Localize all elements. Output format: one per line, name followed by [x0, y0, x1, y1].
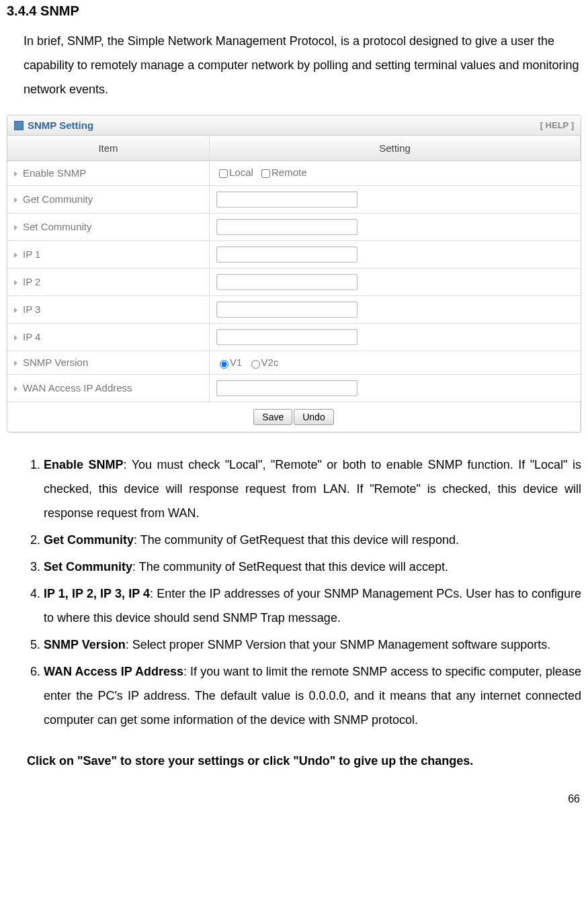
- undo-button[interactable]: Undo: [294, 409, 333, 425]
- item-text: : The community of GetRequest that this …: [134, 533, 459, 547]
- intro-paragraph: In brief, SNMP, the Simple Network Manag…: [24, 29, 581, 101]
- list-item: IP 1, IP 2, IP 3, IP 4: Enter the IP add…: [44, 582, 581, 630]
- ip4-input[interactable]: [216, 329, 358, 345]
- chevron-right-icon: [14, 335, 17, 340]
- v2c-label: V2c: [261, 357, 279, 368]
- get-community-input[interactable]: [216, 191, 358, 207]
- page-number: 66: [7, 793, 581, 805]
- item-text: : Select proper SNMP Version that your S…: [126, 638, 551, 651]
- row-label: IP 3: [23, 304, 40, 315]
- row-label: IP 4: [23, 331, 40, 342]
- remote-label: Remote: [271, 167, 307, 178]
- v1-radio[interactable]: [220, 360, 228, 369]
- chevron-right-icon: [14, 308, 17, 313]
- ip1-input[interactable]: [216, 246, 358, 263]
- local-label: Local: [229, 167, 253, 178]
- item-bold: SNMP Version: [44, 638, 126, 651]
- v2c-radio[interactable]: [251, 360, 260, 369]
- row-ip3: IP 3: [7, 295, 581, 323]
- item-bold: Set Community: [44, 560, 132, 573]
- list-item: Enable SNMP: You must check "Local", "Re…: [44, 453, 581, 525]
- chevron-right-icon: [14, 361, 17, 366]
- row-label: IP 2: [23, 276, 40, 287]
- button-row: SaveUndo: [7, 402, 581, 432]
- row-wan-access-ip: WAN Access IP Address: [7, 374, 581, 402]
- row-snmp-version: SNMP Version V1 V2c: [7, 351, 581, 374]
- list-item: SNMP Version: Select proper SNMP Version…: [44, 633, 581, 657]
- list-item: Get Community: The community of GetReque…: [44, 528, 581, 552]
- row-label: Enable SNMP: [23, 167, 86, 179]
- row-label: Get Community: [23, 193, 93, 205]
- v1-label: V1: [230, 357, 242, 368]
- chevron-right-icon: [14, 171, 17, 177]
- local-checkbox[interactable]: [219, 169, 228, 178]
- list-item: WAN Access IP Address: If you want to li…: [44, 659, 581, 732]
- row-enable-snmp: Enable SNMP Local Remote: [7, 161, 581, 186]
- snmp-table: Item Setting Enable SNMP Local Remote Ge…: [7, 136, 581, 432]
- panel-header: SNMP Setting [ HELP ]: [7, 116, 581, 136]
- item-text: : You must check "Local", "Remote" or bo…: [44, 458, 581, 520]
- row-ip1: IP 1: [7, 240, 581, 268]
- ip2-input[interactable]: [216, 274, 358, 290]
- panel-title: SNMP Setting: [28, 120, 93, 131]
- row-label: SNMP Version: [23, 357, 88, 368]
- chevron-right-icon: [14, 386, 17, 391]
- panel-icon: [14, 121, 24, 130]
- row-get-community: Get Community: [7, 185, 581, 213]
- chevron-right-icon: [14, 197, 17, 203]
- row-label: IP 1: [23, 248, 40, 260]
- item-bold: Get Community: [44, 533, 134, 547]
- section-heading: 3.4.4 SNMP: [7, 3, 581, 19]
- item-bold: WAN Access IP Address: [44, 665, 183, 678]
- snmp-setting-panel: SNMP Setting [ HELP ] Item Setting Enabl…: [7, 115, 581, 432]
- wan-access-ip-input[interactable]: [216, 380, 358, 396]
- row-set-community: Set Community: [7, 213, 581, 240]
- col-setting: Setting: [210, 136, 581, 161]
- set-community-input[interactable]: [216, 219, 358, 235]
- row-ip4: IP 4: [7, 323, 581, 351]
- col-item: Item: [7, 136, 210, 161]
- row-label: Set Community: [23, 221, 92, 232]
- list-item: Set Community: The community of SetReque…: [44, 555, 581, 579]
- remote-checkbox[interactable]: [261, 169, 270, 178]
- item-bold: IP 1, IP 2, IP 3, IP 4: [44, 587, 150, 600]
- ip3-input[interactable]: [216, 302, 358, 318]
- closing-paragraph: Click on "Save" to store your settings o…: [27, 749, 581, 773]
- item-bold: Enable SNMP: [44, 458, 124, 471]
- chevron-right-icon: [14, 280, 17, 285]
- save-button[interactable]: Save: [253, 409, 292, 425]
- help-link[interactable]: [ HELP ]: [540, 120, 574, 130]
- chevron-right-icon: [14, 225, 17, 230]
- item-text: : The community of SetRequest that this …: [132, 560, 448, 573]
- row-label: WAN Access IP Address: [23, 382, 132, 394]
- row-ip2: IP 2: [7, 268, 581, 295]
- description-list: Enable SNMP: You must check "Local", "Re…: [27, 453, 581, 732]
- chevron-right-icon: [14, 252, 17, 258]
